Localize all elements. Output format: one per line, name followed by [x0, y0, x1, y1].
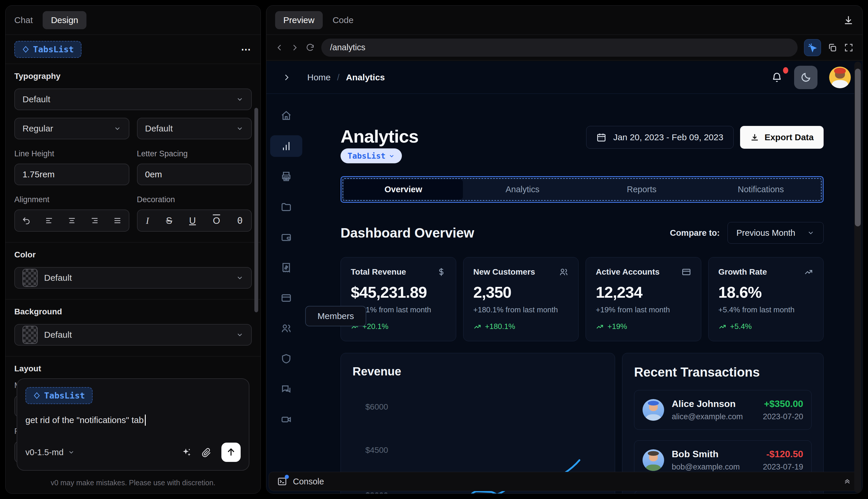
- tab-code[interactable]: Code: [333, 15, 354, 25]
- chevrons-up-icon[interactable]: [843, 477, 852, 486]
- avatar: [643, 399, 664, 421]
- theme-toggle-button[interactable]: [794, 66, 817, 89]
- nav-messages-icon[interactable]: [270, 378, 302, 400]
- preview-scrollbar[interactable]: [854, 62, 861, 493]
- tab-overview[interactable]: Overview: [344, 179, 463, 199]
- color-select[interactable]: Default: [14, 267, 252, 289]
- tabs-list: Overview Analytics Reports Notifications: [340, 176, 823, 203]
- chevron-down-icon: [236, 331, 244, 339]
- chat-composer[interactable]: TabsList get rid of the "notifications" …: [17, 378, 249, 471]
- scrollbar-thumb[interactable]: [855, 69, 861, 227]
- strikethrough-icon[interactable]: S: [166, 215, 172, 226]
- console-badge-dot: [285, 475, 289, 479]
- typography-section: Typography Default Regular Default Line …: [5, 64, 261, 243]
- diamond-icon: [22, 46, 29, 53]
- selected-component-chip[interactable]: TabsList: [14, 41, 82, 58]
- model-selector[interactable]: v0-1.5-md: [25, 448, 75, 457]
- sidebar-scrollbar[interactable]: [255, 108, 258, 312]
- transaction-row[interactable]: Alice Johnson alice@example.com +$350.00…: [634, 390, 811, 430]
- overline-icon[interactable]: O: [213, 215, 220, 226]
- background-heading: Background: [14, 307, 252, 316]
- italic-icon[interactable]: I: [146, 215, 149, 226]
- sidebar-tabbar: Chat Design: [5, 5, 261, 35]
- breadcrumb-home[interactable]: Home: [307, 72, 331, 82]
- composer-context-chip[interactable]: TabsList: [25, 387, 92, 404]
- dashboard-header: Home / Analytics: [266, 61, 863, 94]
- nav-shield-icon[interactable]: [270, 348, 302, 369]
- undo-icon[interactable]: [22, 216, 31, 225]
- dashboard-nav-rail: [266, 94, 306, 430]
- tab-notifications[interactable]: Notifications: [701, 179, 820, 199]
- dollar-sign-icon: [437, 267, 446, 277]
- chevron-down-icon: [236, 274, 244, 282]
- stat-card-new-customers: New Customers 2,350 +180.1% from last mo…: [463, 257, 579, 341]
- typography-heading: Typography: [14, 72, 252, 81]
- tab-chat[interactable]: Chat: [14, 15, 33, 25]
- color-swatch: [23, 269, 38, 287]
- nav-video-icon[interactable]: [270, 409, 302, 430]
- url-input[interactable]: [330, 42, 789, 52]
- preview-tabbar: Preview Code: [266, 5, 863, 35]
- url-bar[interactable]: [321, 39, 798, 57]
- no-decoration-icon[interactable]: 0: [237, 215, 243, 226]
- font-size-select[interactable]: Default: [137, 118, 252, 139]
- more-menu-button[interactable]: ⋯: [241, 44, 252, 55]
- selected-element-row: TabsList ⋯: [5, 35, 261, 64]
- user-avatar[interactable]: [829, 66, 851, 88]
- align-center-icon[interactable]: [67, 216, 76, 225]
- export-data-button[interactable]: Export Data: [740, 126, 823, 149]
- inspect-cursor-icon[interactable]: [804, 39, 821, 56]
- nav-printer-icon[interactable]: [270, 166, 302, 187]
- align-right-icon[interactable]: [90, 216, 99, 225]
- date-range-picker[interactable]: Jan 20, 2023 - Feb 09, 2023: [586, 126, 734, 149]
- align-left-icon[interactable]: [45, 216, 53, 225]
- dashboard-content: Analytics TabsList Jan 20, 2023 - Feb 09…: [340, 94, 823, 494]
- tab-design[interactable]: Design: [42, 11, 86, 29]
- font-family-select[interactable]: Default: [14, 88, 252, 110]
- console-bar[interactable]: Console: [269, 472, 860, 491]
- nav-home-icon[interactable]: [270, 105, 302, 126]
- nav-analytics-icon[interactable]: [270, 135, 302, 157]
- back-icon[interactable]: [275, 43, 284, 52]
- design-sidebar: Chat Design TabsList ⋯ Typography Defaul…: [5, 5, 261, 494]
- sparkles-icon[interactable]: [182, 447, 191, 457]
- nav-members-icon[interactable]: [270, 318, 302, 339]
- line-height-input[interactable]: [23, 169, 121, 179]
- chevron-down-icon: [388, 153, 395, 159]
- notifications-bell-icon[interactable]: [771, 72, 782, 83]
- paperclip-icon[interactable]: [201, 447, 211, 457]
- trend-up-icon: [718, 322, 727, 331]
- compare-select[interactable]: Previous Month: [728, 222, 824, 244]
- background-section: Background Default: [5, 300, 261, 356]
- nav-credit-card-icon[interactable]: [270, 287, 302, 309]
- color-heading: Color: [14, 250, 252, 259]
- nav-receipt-icon[interactable]: [270, 257, 302, 278]
- chevron-down-icon: [807, 229, 815, 236]
- composer-input[interactable]: get rid of the "notifications" tab: [25, 415, 241, 426]
- breadcrumb: Home / Analytics: [307, 72, 385, 82]
- nav-wallet-icon[interactable]: [270, 227, 302, 248]
- credit-card-icon: [682, 267, 691, 277]
- fullscreen-icon[interactable]: [844, 42, 854, 52]
- disclaimer-text: v0 may make mistakes. Please use with di…: [5, 478, 261, 487]
- send-button[interactable]: [221, 442, 241, 462]
- forward-icon[interactable]: [290, 43, 299, 52]
- tab-reports[interactable]: Reports: [582, 179, 701, 199]
- stat-card-total-revenue: Total Revenue $45,231.89 +20.1% from las…: [340, 257, 456, 341]
- underline-icon[interactable]: U: [189, 215, 196, 226]
- download-icon: [750, 133, 759, 142]
- tab-analytics[interactable]: Analytics: [463, 179, 582, 199]
- align-justify-icon[interactable]: [113, 216, 122, 225]
- background-select[interactable]: Default: [14, 324, 252, 345]
- nav-folder-icon[interactable]: [270, 196, 302, 218]
- download-icon[interactable]: [843, 15, 854, 25]
- selected-component-badge[interactable]: TabsList: [340, 148, 402, 163]
- copy-icon[interactable]: [827, 42, 837, 52]
- refresh-icon[interactable]: [306, 43, 315, 52]
- alignment-label: Alignment: [14, 195, 129, 204]
- sidebar-toggle-icon[interactable]: [282, 73, 291, 82]
- tab-preview[interactable]: Preview: [275, 11, 323, 29]
- font-weight-select[interactable]: Regular: [14, 118, 129, 139]
- letter-spacing-input[interactable]: [145, 169, 244, 179]
- trend-up-icon: [596, 322, 604, 331]
